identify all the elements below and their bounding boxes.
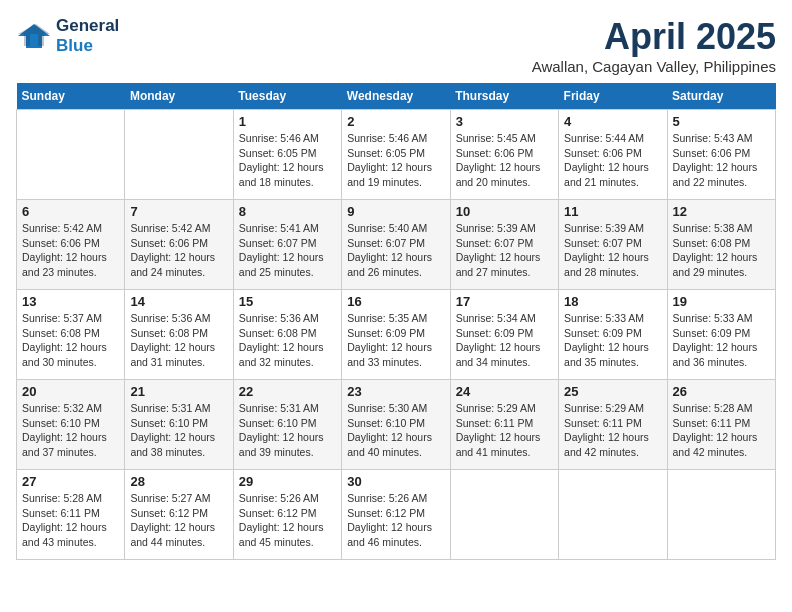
day-number: 20 bbox=[22, 384, 119, 399]
calendar-cell bbox=[125, 110, 233, 200]
sunset-text: Sunset: 6:12 PM bbox=[347, 507, 425, 519]
sunset-text: Sunset: 6:07 PM bbox=[564, 237, 642, 249]
calendar-table: SundayMondayTuesdayWednesdayThursdayFrid… bbox=[16, 83, 776, 560]
calendar-cell: 12 Sunrise: 5:38 AM Sunset: 6:08 PM Dayl… bbox=[667, 200, 775, 290]
daylight-text: Daylight: 12 hours and 19 minutes. bbox=[347, 161, 432, 188]
sunrise-text: Sunrise: 5:39 AM bbox=[564, 222, 644, 234]
calendar-cell bbox=[559, 470, 667, 560]
day-number: 25 bbox=[564, 384, 661, 399]
calendar-cell: 11 Sunrise: 5:39 AM Sunset: 6:07 PM Dayl… bbox=[559, 200, 667, 290]
sunset-text: Sunset: 6:12 PM bbox=[239, 507, 317, 519]
day-info: Sunrise: 5:39 AM Sunset: 6:07 PM Dayligh… bbox=[456, 221, 553, 280]
day-info: Sunrise: 5:46 AM Sunset: 6:05 PM Dayligh… bbox=[239, 131, 336, 190]
sunrise-text: Sunrise: 5:33 AM bbox=[673, 312, 753, 324]
daylight-text: Daylight: 12 hours and 30 minutes. bbox=[22, 341, 107, 368]
sunrise-text: Sunrise: 5:32 AM bbox=[22, 402, 102, 414]
sunrise-text: Sunrise: 5:28 AM bbox=[673, 402, 753, 414]
sunrise-text: Sunrise: 5:36 AM bbox=[239, 312, 319, 324]
sunset-text: Sunset: 6:09 PM bbox=[564, 327, 642, 339]
calendar-cell: 29 Sunrise: 5:26 AM Sunset: 6:12 PM Dayl… bbox=[233, 470, 341, 560]
calendar-cell: 5 Sunrise: 5:43 AM Sunset: 6:06 PM Dayli… bbox=[667, 110, 775, 200]
calendar-cell: 26 Sunrise: 5:28 AM Sunset: 6:11 PM Dayl… bbox=[667, 380, 775, 470]
daylight-text: Daylight: 12 hours and 32 minutes. bbox=[239, 341, 324, 368]
calendar-cell: 24 Sunrise: 5:29 AM Sunset: 6:11 PM Dayl… bbox=[450, 380, 558, 470]
calendar-cell: 6 Sunrise: 5:42 AM Sunset: 6:06 PM Dayli… bbox=[17, 200, 125, 290]
daylight-text: Daylight: 12 hours and 37 minutes. bbox=[22, 431, 107, 458]
calendar-cell bbox=[667, 470, 775, 560]
location-subtitle: Awallan, Cagayan Valley, Philippines bbox=[532, 58, 776, 75]
logo-icon bbox=[16, 22, 52, 50]
sunrise-text: Sunrise: 5:27 AM bbox=[130, 492, 210, 504]
sunset-text: Sunset: 6:12 PM bbox=[130, 507, 208, 519]
calendar-week-row: 13 Sunrise: 5:37 AM Sunset: 6:08 PM Dayl… bbox=[17, 290, 776, 380]
calendar-cell: 3 Sunrise: 5:45 AM Sunset: 6:06 PM Dayli… bbox=[450, 110, 558, 200]
day-number: 28 bbox=[130, 474, 227, 489]
calendar-cell: 23 Sunrise: 5:30 AM Sunset: 6:10 PM Dayl… bbox=[342, 380, 450, 470]
sunrise-text: Sunrise: 5:33 AM bbox=[564, 312, 644, 324]
daylight-text: Daylight: 12 hours and 28 minutes. bbox=[564, 251, 649, 278]
day-info: Sunrise: 5:34 AM Sunset: 6:09 PM Dayligh… bbox=[456, 311, 553, 370]
day-info: Sunrise: 5:32 AM Sunset: 6:10 PM Dayligh… bbox=[22, 401, 119, 460]
sunrise-text: Sunrise: 5:46 AM bbox=[347, 132, 427, 144]
weekday-header-saturday: Saturday bbox=[667, 83, 775, 110]
sunrise-text: Sunrise: 5:38 AM bbox=[673, 222, 753, 234]
day-info: Sunrise: 5:29 AM Sunset: 6:11 PM Dayligh… bbox=[456, 401, 553, 460]
day-number: 6 bbox=[22, 204, 119, 219]
daylight-text: Daylight: 12 hours and 42 minutes. bbox=[673, 431, 758, 458]
day-info: Sunrise: 5:38 AM Sunset: 6:08 PM Dayligh… bbox=[673, 221, 770, 280]
day-number: 3 bbox=[456, 114, 553, 129]
weekday-header-tuesday: Tuesday bbox=[233, 83, 341, 110]
day-info: Sunrise: 5:28 AM Sunset: 6:11 PM Dayligh… bbox=[22, 491, 119, 550]
day-number: 19 bbox=[673, 294, 770, 309]
calendar-cell bbox=[17, 110, 125, 200]
sunrise-text: Sunrise: 5:41 AM bbox=[239, 222, 319, 234]
sunset-text: Sunset: 6:10 PM bbox=[239, 417, 317, 429]
sunrise-text: Sunrise: 5:29 AM bbox=[456, 402, 536, 414]
month-title: April 2025 bbox=[532, 16, 776, 58]
day-info: Sunrise: 5:36 AM Sunset: 6:08 PM Dayligh… bbox=[130, 311, 227, 370]
sunset-text: Sunset: 6:10 PM bbox=[130, 417, 208, 429]
daylight-text: Daylight: 12 hours and 23 minutes. bbox=[22, 251, 107, 278]
sunset-text: Sunset: 6:09 PM bbox=[673, 327, 751, 339]
calendar-cell: 1 Sunrise: 5:46 AM Sunset: 6:05 PM Dayli… bbox=[233, 110, 341, 200]
sunrise-text: Sunrise: 5:39 AM bbox=[456, 222, 536, 234]
calendar-cell: 2 Sunrise: 5:46 AM Sunset: 6:05 PM Dayli… bbox=[342, 110, 450, 200]
sunrise-text: Sunrise: 5:40 AM bbox=[347, 222, 427, 234]
day-number: 29 bbox=[239, 474, 336, 489]
sunrise-text: Sunrise: 5:43 AM bbox=[673, 132, 753, 144]
calendar-cell: 14 Sunrise: 5:36 AM Sunset: 6:08 PM Dayl… bbox=[125, 290, 233, 380]
daylight-text: Daylight: 12 hours and 18 minutes. bbox=[239, 161, 324, 188]
weekday-header-thursday: Thursday bbox=[450, 83, 558, 110]
sunset-text: Sunset: 6:10 PM bbox=[347, 417, 425, 429]
sunset-text: Sunset: 6:11 PM bbox=[456, 417, 534, 429]
sunrise-text: Sunrise: 5:31 AM bbox=[130, 402, 210, 414]
daylight-text: Daylight: 12 hours and 29 minutes. bbox=[673, 251, 758, 278]
day-info: Sunrise: 5:33 AM Sunset: 6:09 PM Dayligh… bbox=[564, 311, 661, 370]
day-info: Sunrise: 5:45 AM Sunset: 6:06 PM Dayligh… bbox=[456, 131, 553, 190]
day-info: Sunrise: 5:37 AM Sunset: 6:08 PM Dayligh… bbox=[22, 311, 119, 370]
calendar-cell: 13 Sunrise: 5:37 AM Sunset: 6:08 PM Dayl… bbox=[17, 290, 125, 380]
sunrise-text: Sunrise: 5:45 AM bbox=[456, 132, 536, 144]
daylight-text: Daylight: 12 hours and 25 minutes. bbox=[239, 251, 324, 278]
day-number: 1 bbox=[239, 114, 336, 129]
day-info: Sunrise: 5:26 AM Sunset: 6:12 PM Dayligh… bbox=[239, 491, 336, 550]
weekday-header-monday: Monday bbox=[125, 83, 233, 110]
logo-text: General Blue bbox=[56, 16, 119, 55]
sunset-text: Sunset: 6:08 PM bbox=[673, 237, 751, 249]
day-number: 18 bbox=[564, 294, 661, 309]
day-info: Sunrise: 5:35 AM Sunset: 6:09 PM Dayligh… bbox=[347, 311, 444, 370]
daylight-text: Daylight: 12 hours and 33 minutes. bbox=[347, 341, 432, 368]
daylight-text: Daylight: 12 hours and 24 minutes. bbox=[130, 251, 215, 278]
calendar-cell: 10 Sunrise: 5:39 AM Sunset: 6:07 PM Dayl… bbox=[450, 200, 558, 290]
sunset-text: Sunset: 6:07 PM bbox=[347, 237, 425, 249]
page-header: General Blue April 2025 Awallan, Cagayan… bbox=[16, 16, 776, 75]
calendar-cell: 9 Sunrise: 5:40 AM Sunset: 6:07 PM Dayli… bbox=[342, 200, 450, 290]
daylight-text: Daylight: 12 hours and 34 minutes. bbox=[456, 341, 541, 368]
day-info: Sunrise: 5:33 AM Sunset: 6:09 PM Dayligh… bbox=[673, 311, 770, 370]
daylight-text: Daylight: 12 hours and 20 minutes. bbox=[456, 161, 541, 188]
day-number: 30 bbox=[347, 474, 444, 489]
day-number: 9 bbox=[347, 204, 444, 219]
daylight-text: Daylight: 12 hours and 43 minutes. bbox=[22, 521, 107, 548]
daylight-text: Daylight: 12 hours and 44 minutes. bbox=[130, 521, 215, 548]
sunset-text: Sunset: 6:06 PM bbox=[130, 237, 208, 249]
